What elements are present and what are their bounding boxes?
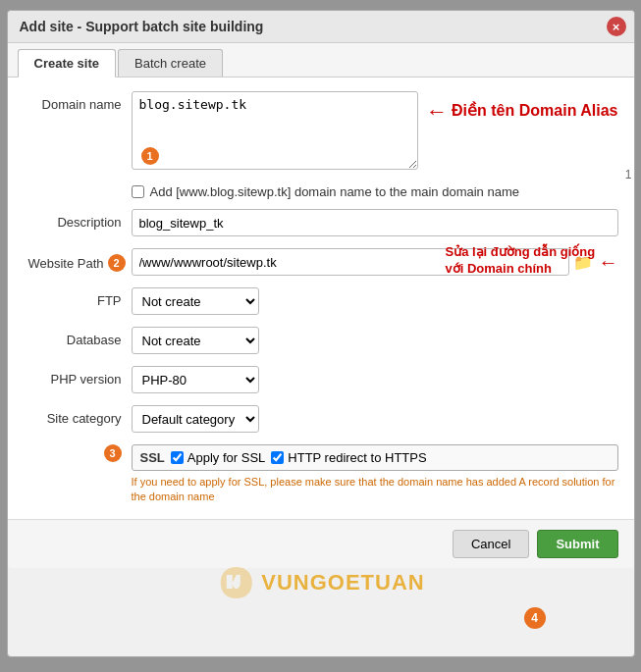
description-label: Description <box>24 209 132 230</box>
www-checkbox[interactable] <box>132 185 144 198</box>
modal: Add site - Support batch site building ×… <box>7 10 635 657</box>
php-label: PHP version <box>24 366 132 387</box>
description-input[interactable] <box>132 209 618 236</box>
domain-name-input[interactable]: blog.sitewp.tk <box>132 91 419 170</box>
ftp-select[interactable]: Not create Create <box>132 287 259 315</box>
site-category-row: Site category Default category <box>24 405 618 433</box>
site-category-select[interactable]: Default category <box>132 405 259 433</box>
close-button[interactable]: × <box>607 17 626 36</box>
badge-3: 3 <box>104 444 122 462</box>
ftp-control: Not create Create <box>132 287 618 315</box>
path-annotation: Sửa lại đường dẫn giống với Domain chính <box>446 244 603 278</box>
watermark-text: VUNGOETUAN <box>261 570 424 595</box>
modal-overlay: Add site - Support batch site building ×… <box>0 0 641 672</box>
website-path-label: Website Path 2 <box>24 248 132 272</box>
php-control: PHP-80 PHP-74 PHP-72 <box>132 366 618 393</box>
modal-header: Add site - Support batch site building × <box>8 11 634 43</box>
ssl-http-item: HTTP redirect to HTTPS <box>271 450 426 465</box>
tabs-container: Create site Batch create <box>8 43 634 78</box>
database-row: Database Not create Create <box>24 327 618 354</box>
badge-4: 4 <box>524 607 546 629</box>
badge-1: 1 <box>141 147 159 165</box>
ssl-http-checkbox[interactable] <box>271 451 284 464</box>
domain-name-control: blog.sitewp.tk 1 ← Điền tên Domain Alias <box>132 91 618 173</box>
modal-body: Domain name blog.sitewp.tk 1 ← Điền tên … <box>8 78 634 519</box>
ssl-container: SSL Apply for SSL HTTP redirect to HTTPS… <box>132 444 618 471</box>
ssl-apply-label: Apply for SSL <box>187 450 266 465</box>
domain-annotation-text: Điền tên Domain Alias <box>452 101 617 120</box>
database-select[interactable]: Not create Create <box>132 327 259 354</box>
submit-button[interactable]: Submit <box>537 530 617 558</box>
ssl-note: If you need to apply for SSL, please mak… <box>132 475 618 505</box>
modal-title: Add site - Support batch site building <box>20 19 264 34</box>
site-category-label: Site category <box>24 405 132 426</box>
footer-buttons: Cancel Submit <box>8 519 634 568</box>
description-control <box>132 209 618 236</box>
domain-arrow-icon: ← <box>426 101 448 123</box>
ssl-apply-checkbox[interactable] <box>171 451 184 464</box>
tab-batch-create[interactable]: Batch create <box>118 49 223 77</box>
watermark-logo-icon <box>216 563 255 602</box>
site-category-control: Default category <box>132 405 618 433</box>
database-control: Not create Create <box>132 327 618 354</box>
description-row: Description <box>24 209 618 236</box>
cancel-button[interactable]: Cancel <box>453 530 529 558</box>
domain-annotation-container: ← Điền tên Domain Alias <box>426 91 617 123</box>
website-path-row: Website Path 2 📁 ← Sửa lại đường dẫn giố… <box>24 248 618 276</box>
path-annotation-line2: với Domain chính <box>446 261 603 278</box>
tab-create-site[interactable]: Create site <box>18 49 116 78</box>
www-checkbox-label: Add [www.blog.sitewp.tk] domain name to … <box>150 184 519 199</box>
php-select[interactable]: PHP-80 PHP-74 PHP-72 <box>132 366 259 393</box>
badge-2: 2 <box>108 254 126 272</box>
www-checkbox-row: Add [www.blog.sitewp.tk] domain name to … <box>132 184 618 199</box>
database-label: Database <box>24 327 132 347</box>
ftp-label: FTP <box>24 287 132 308</box>
watermark: VUNGOETUAN <box>216 563 424 602</box>
domain-name-label: Domain name <box>24 91 132 112</box>
domain-name-row: Domain name blog.sitewp.tk 1 ← Điền tên … <box>24 91 618 173</box>
ftp-row: FTP Not create Create <box>24 287 618 315</box>
ssl-http-label: HTTP redirect to HTTPS <box>288 450 426 465</box>
php-row: PHP version PHP-80 PHP-74 PHP-72 <box>24 366 618 393</box>
ssl-row: 3 SSL Apply for SSL HTTP redirect to HTT… <box>24 444 618 471</box>
path-annotation-line1: Sửa lại đường dẫn giống <box>446 244 603 261</box>
right-side-number: 1 <box>625 168 632 181</box>
ssl-label: SSL <box>140 450 165 465</box>
ssl-apply-item: Apply for SSL <box>171 450 266 465</box>
website-path-control: 📁 ← Sửa lại đường dẫn giống với Domain c… <box>132 248 618 276</box>
